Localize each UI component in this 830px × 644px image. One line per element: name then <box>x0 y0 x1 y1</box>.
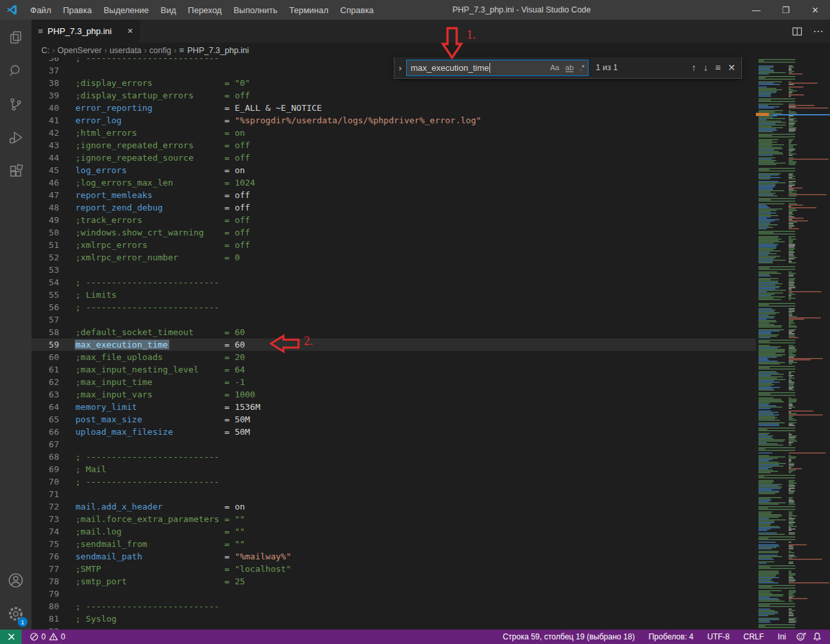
status-language-mode[interactable]: Ini <box>774 632 790 641</box>
find-toggle-replace-icon[interactable]: › <box>394 63 406 73</box>
code-line[interactable]: 59max_execution_time = 60 <box>31 338 756 351</box>
menu-bar: ФайлПравкаВыделениеВидПереходВыполнитьТе… <box>24 0 380 20</box>
code-line[interactable]: 78;smtp_port = 25 <box>31 575 756 588</box>
problems-indicator[interactable]: 0 0 <box>26 632 69 641</box>
tab-close-icon[interactable]: ✕ <box>127 27 133 35</box>
code-line[interactable]: 56; -------------------------- <box>31 301 756 313</box>
find-in-selection-icon[interactable]: ≡ <box>715 62 720 73</box>
code-line[interactable]: 63;max_input_vars = 1000 <box>31 388 756 401</box>
breadcrumb-item[interactable]: userdata <box>110 46 142 55</box>
notifications-bell-icon[interactable] <box>812 632 822 642</box>
status-bar: 0 0 Строка 59, столбец 19 (выбрано 18)Пр… <box>0 630 830 644</box>
search-icon[interactable] <box>0 55 31 87</box>
menu-item[interactable]: Файл <box>24 0 57 20</box>
editor-actions: ⋯ <box>792 20 823 43</box>
code-line[interactable]: 66upload_max_filesize = 50M <box>31 426 756 438</box>
close-icon[interactable]: ✕ <box>800 0 830 20</box>
more-actions-icon[interactable]: ⋯ <box>813 25 823 37</box>
restore-icon[interactable]: ❐ <box>771 0 800 20</box>
code-line[interactable]: 51;xmlrpc_errors = off <box>31 239 756 251</box>
code-line[interactable]: 77;SMTP = "localhost" <box>31 563 756 575</box>
line-number: 71 <box>31 488 59 500</box>
code-line[interactable]: 80; -------------------------- <box>31 600 756 613</box>
source-control-icon[interactable] <box>0 89 31 120</box>
code-editor[interactable]: 36; --------------------------3738;displ… <box>31 58 756 630</box>
code-line[interactable]: 72mail.add_x_header = on <box>31 500 756 513</box>
menu-item[interactable]: Правка <box>57 0 98 20</box>
extensions-icon[interactable] <box>0 155 31 187</box>
status-cursor-position[interactable]: Строка 59, столбец 19 (выбрано 18) <box>499 632 638 641</box>
code-line[interactable]: 49;track_errors = off <box>31 214 756 226</box>
feedback-icon[interactable] <box>796 632 806 642</box>
remote-indicator[interactable] <box>0 630 22 644</box>
find-input[interactable]: max_execution_time Aa ab .* <box>406 60 589 76</box>
code-line[interactable]: 58;default_socket_timeout = 60 <box>31 326 756 338</box>
explorer-icon[interactable] <box>0 22 31 53</box>
breadcrumb-item[interactable]: config <box>150 46 171 55</box>
code-line[interactable]: 41error_log = "%sprogdir%/userdata/logs/… <box>31 114 756 127</box>
next-match-icon[interactable]: ↓ <box>703 62 708 73</box>
menu-item[interactable]: Переход <box>182 0 228 20</box>
code-line[interactable]: 70; -------------------------- <box>31 475 756 488</box>
code-line[interactable]: 64memory_limit = 1536M <box>31 401 756 413</box>
code-line[interactable]: 43;ignore_repeated_errors = off <box>31 139 756 151</box>
breadcrumb-file[interactable]: ≡PHP_7.3_php.ini <box>179 46 249 55</box>
breadcrumb-item[interactable]: OpenServer <box>58 46 102 55</box>
regex-icon[interactable]: .* <box>579 64 585 71</box>
code-line[interactable]: 82; <box>31 625 756 630</box>
code-line[interactable]: 50;windows.show_crt_warning = off <box>31 226 756 239</box>
code-line[interactable]: 68; -------------------------- <box>31 451 756 463</box>
code-line[interactable]: 62;max_input_time = -1 <box>31 376 756 388</box>
code-line[interactable]: 75;sendmail_from = "" <box>31 538 756 550</box>
whole-word-icon[interactable]: ab <box>566 64 574 72</box>
code-line[interactable]: 73;mail.force_extra_parameters = "" <box>31 513 756 525</box>
status-eol[interactable]: CRLF <box>739 632 768 641</box>
code-line[interactable]: 44;ignore_repeated_source = off <box>31 151 756 164</box>
previous-match-icon[interactable]: ↑ <box>692 62 696 73</box>
code-line[interactable]: 61;max_input_nesting_level = 64 <box>31 363 756 376</box>
code-line[interactable]: 45log_errors = on <box>31 164 756 176</box>
find-close-icon[interactable]: ✕ <box>728 62 736 73</box>
code-line[interactable]: 69; Mail <box>31 463 756 475</box>
line-number: 65 <box>31 413 59 426</box>
code-line[interactable]: 52;xmlrpc_error_number = 0 <box>31 251 756 264</box>
minimize-icon[interactable]: — <box>741 0 771 20</box>
status-encoding[interactable]: UTF-8 <box>703 632 734 641</box>
code-line[interactable]: 57 <box>31 313 756 326</box>
code-line[interactable]: 67 <box>31 438 756 451</box>
line-content: ;display_errors = "0" <box>75 77 250 89</box>
code-line[interactable]: 42;html_errors = on <box>31 127 756 139</box>
code-line[interactable]: 79 <box>31 588 756 600</box>
tab-php-ini[interactable]: ≡ PHP_7.3_php.ini ✕ <box>31 20 140 43</box>
code-line[interactable]: 48report_zend_debug = off <box>31 201 756 214</box>
menu-item[interactable]: Справка <box>335 0 380 20</box>
code-line[interactable]: 71 <box>31 488 756 500</box>
minimap[interactable] <box>756 58 830 630</box>
match-case-icon[interactable]: Aa <box>550 64 559 71</box>
run-debug-icon[interactable] <box>0 122 31 153</box>
menu-item[interactable]: Выделение <box>98 0 155 20</box>
menu-item[interactable]: Терминал <box>283 0 335 20</box>
code-line[interactable]: 46;log_errors_max_len = 1024 <box>31 176 756 189</box>
code-line[interactable]: 53 <box>31 264 756 276</box>
code-line[interactable]: 47report_memleaks = off <box>31 189 756 201</box>
status-indentation[interactable]: Пробелов: 4 <box>644 632 697 641</box>
account-icon[interactable] <box>0 565 31 596</box>
code-line[interactable]: 54; -------------------------- <box>31 276 756 289</box>
code-line[interactable]: 65post_max_size = 50M <box>31 413 756 426</box>
menu-item[interactable]: Выполнить <box>228 0 283 20</box>
breadcrumb-item[interactable]: C: <box>41 46 50 55</box>
settings-gear-icon[interactable]: 1 <box>0 598 31 630</box>
code-line[interactable]: 39;display_startup_errors = off <box>31 89 756 102</box>
code-line[interactable]: 55; Limits <box>31 289 756 301</box>
code-line[interactable]: 74;mail.log = "" <box>31 525 756 538</box>
code-line[interactable]: 76sendmail_path = "%mailway%" <box>31 550 756 563</box>
code-line[interactable]: 40error_reporting = E_ALL & ~E_NOTICE <box>31 102 756 114</box>
code-line[interactable]: 81; Syslog <box>31 613 756 625</box>
line-content: ; Limits <box>75 289 117 301</box>
line-number: 56 <box>31 301 59 313</box>
code-line[interactable]: 60;max_file_uploads = 20 <box>31 351 756 363</box>
line-number: 72 <box>31 500 59 513</box>
menu-item[interactable]: Вид <box>155 0 182 20</box>
split-editor-icon[interactable] <box>792 26 802 37</box>
